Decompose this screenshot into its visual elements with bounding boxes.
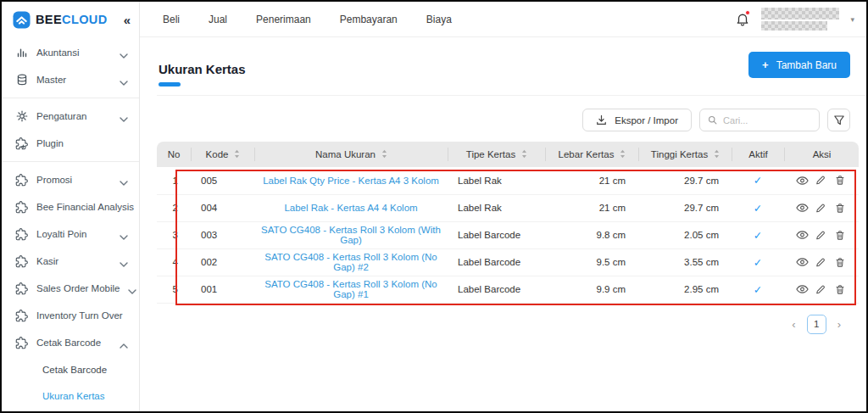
cell-tinggi: 29.7 cm xyxy=(638,194,732,221)
topnav-item-biaya[interactable]: Biaya xyxy=(412,14,466,25)
edit-pencil-icon[interactable] xyxy=(815,257,828,268)
bar-chart-icon xyxy=(15,47,28,59)
view-eye-icon[interactable] xyxy=(796,175,809,186)
search-input[interactable] xyxy=(723,115,811,126)
column-header-tipe[interactable]: Tipe Kertas xyxy=(448,142,545,167)
delete-trash-icon[interactable] xyxy=(835,175,848,186)
pagination-prev-icon[interactable]: ‹ xyxy=(792,319,795,330)
view-eye-icon[interactable] xyxy=(796,284,809,295)
sidebar-item-bee-financial-analysis[interactable]: Bee Financial Analysis xyxy=(2,193,139,220)
cell-value: 3 xyxy=(173,230,178,240)
cell-kode: 002 xyxy=(191,248,254,276)
notification-bell-icon[interactable] xyxy=(735,11,750,27)
cell-value: 003 xyxy=(201,230,217,240)
active-check-icon: ✓ xyxy=(754,284,762,296)
user-menu[interactable] xyxy=(761,8,839,31)
topnav-item-jual[interactable]: Jual xyxy=(194,14,242,25)
paper-size-link[interactable]: SATO CG408 - Kertas Roll 3 Kolom (No Gap… xyxy=(264,252,437,272)
sort-icon[interactable] xyxy=(620,149,626,160)
column-label: Aksi xyxy=(813,149,832,159)
sidebar-item-sales-order-mobile[interactable]: Sales Order Mobile xyxy=(2,275,139,302)
edit-pencil-icon[interactable] xyxy=(815,284,828,295)
filter-button[interactable] xyxy=(827,109,850,131)
chevron-down-icon xyxy=(120,259,128,265)
cell-value: 5 xyxy=(173,284,178,294)
sidebar-item-label: Akuntansi xyxy=(36,47,111,58)
column-label: Kode xyxy=(206,149,229,159)
column-header-aktif: Aktif xyxy=(732,142,784,167)
column-header-nama[interactable]: Nama Ukuran xyxy=(254,142,448,167)
paper-size-link[interactable]: Label Rak Qty Price - Kertas A4 3 Kolom xyxy=(263,176,439,186)
sidebar-item-promosi[interactable]: Promosi xyxy=(2,166,139,193)
cell-kode: 005 xyxy=(191,167,254,194)
column-header-aksi: Aksi xyxy=(784,142,859,167)
view-eye-icon[interactable] xyxy=(796,203,809,214)
paper-size-link[interactable]: SATO CG408 - Kertas Roll 3 Kolom (No Gap… xyxy=(264,279,437,299)
column-header-kode[interactable]: Kode xyxy=(191,142,254,167)
pagination-page-1[interactable]: 1 xyxy=(807,315,826,334)
delete-trash-icon[interactable] xyxy=(835,257,848,268)
sidebar-subitem-cetak-barcode[interactable]: Cetak Barcode xyxy=(2,356,139,382)
sidebar-item-pengaturan[interactable]: Pengaturan xyxy=(2,103,139,130)
sidebar-subitem-ukuran-kertas[interactable]: Ukuran Kertas xyxy=(2,382,139,409)
page-content: Ukuran Kertas + Tambah Baru Ekspor / Imp… xyxy=(140,37,866,411)
topnav-item-pembayaran[interactable]: Pembayaran xyxy=(326,14,412,25)
topnav-item-beli[interactable]: Beli xyxy=(148,14,194,25)
cell-kode: 004 xyxy=(191,194,254,221)
sort-icon[interactable] xyxy=(234,149,240,160)
view-eye-icon[interactable] xyxy=(796,230,809,241)
topnav: BeliJualPenerimaanPembayaranBiaya xyxy=(148,14,466,25)
sidebar-divider xyxy=(2,98,139,98)
sidebar-item-loyalti-poin[interactable]: Loyalti Poin xyxy=(2,220,139,248)
delete-trash-icon[interactable] xyxy=(835,284,848,295)
puzzle-plus-icon xyxy=(15,137,28,150)
cell-aksi xyxy=(784,248,859,276)
puzzle-icon xyxy=(15,174,28,187)
sidebar-item-plugin[interactable]: Plugin xyxy=(2,130,139,157)
pagination-next-icon[interactable]: › xyxy=(837,319,841,330)
sidebar-collapse-icon[interactable]: « xyxy=(124,13,131,27)
title-active-indicator xyxy=(159,82,181,87)
topnav-item-penerimaan[interactable]: Penerimaan xyxy=(242,14,326,25)
sidebar-item-akuntansi[interactable]: Akuntansi xyxy=(2,39,139,66)
cell-aktif: ✓ xyxy=(732,248,784,276)
edit-pencil-icon[interactable] xyxy=(815,230,828,241)
chevron-down-icon xyxy=(120,114,128,120)
sidebar-item-label: Plugin xyxy=(36,138,128,148)
column-label: Nama Ukuran xyxy=(315,149,376,159)
edit-pencil-icon[interactable] xyxy=(815,203,828,214)
cell-lebar: 9.5 cm xyxy=(545,248,638,276)
cell-tipe: Label Rak xyxy=(448,194,545,221)
user-menu-caret-icon[interactable]: ▾ xyxy=(850,15,854,24)
view-eye-icon[interactable] xyxy=(796,257,809,268)
cell-value: 21 cm xyxy=(599,203,626,213)
edit-pencil-icon[interactable] xyxy=(815,175,828,186)
sidebar-item-cetak-barcode[interactable]: Cetak Barcode xyxy=(2,329,139,356)
sidebar-item-label: Inventory Turn Over xyxy=(36,310,128,321)
sidebar-item-master[interactable]: Master xyxy=(2,66,139,93)
chevron-down-icon xyxy=(120,177,128,183)
delete-trash-icon[interactable] xyxy=(835,230,848,241)
cell-value: 2 xyxy=(173,203,178,213)
cell-aktif: ✓ xyxy=(732,167,784,194)
export-import-button[interactable]: Ekspor / Impor xyxy=(582,109,692,131)
cell-lebar: 21 cm xyxy=(545,167,638,194)
sidebar: BEECLOUD « AkuntansiMasterPengaturanPlug… xyxy=(2,2,140,411)
column-header-tinggi[interactable]: Tinggi Kertas xyxy=(638,142,732,167)
puzzle-icon xyxy=(15,337,28,349)
cell-lebar: 9.8 cm xyxy=(545,221,638,248)
sort-icon[interactable] xyxy=(381,149,387,160)
paper-size-link[interactable]: Label Rak - Kertas A4 4 Kolom xyxy=(284,203,417,213)
column-header-no: No xyxy=(157,142,191,167)
column-header-lebar[interactable]: Lebar Kertas xyxy=(545,142,638,167)
sort-icon[interactable] xyxy=(714,149,720,160)
main-area: BeliJualPenerimaanPembayaranBiaya ▾ xyxy=(140,2,866,411)
sidebar-item-kasir[interactable]: Kasir xyxy=(2,248,139,275)
paper-size-link[interactable]: SATO CG408 - Kertas Roll 3 Kolom (With G… xyxy=(261,225,441,245)
sidebar-item-inventory-turn-over[interactable]: Inventory Turn Over xyxy=(2,302,139,329)
sort-icon[interactable] xyxy=(521,149,527,160)
delete-trash-icon[interactable] xyxy=(835,203,848,214)
add-new-button[interactable]: + Tambah Baru xyxy=(748,52,850,78)
table-row: 4002SATO CG408 - Kertas Roll 3 Kolom (No… xyxy=(157,248,859,276)
puzzle-icon xyxy=(15,228,28,241)
